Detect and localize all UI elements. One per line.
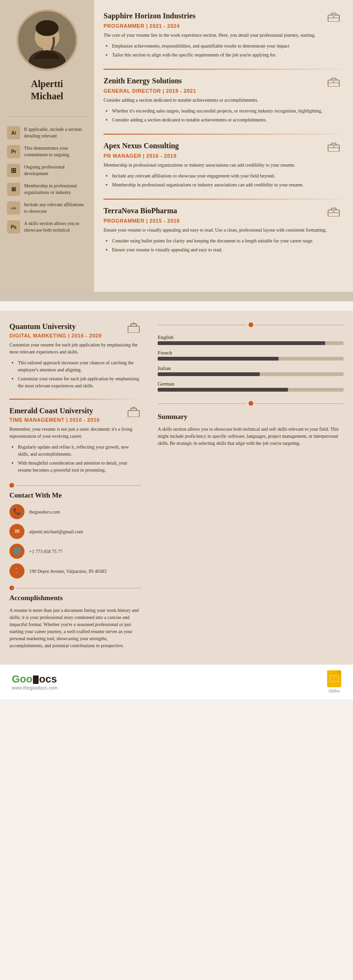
- lang-bar-fill-italian: [158, 372, 260, 376]
- edu-header-1: Quantum University: [9, 322, 141, 333]
- job-header-4: TerraNova BioPharma: [104, 207, 341, 217]
- page2-right: English French Italian: [151, 311, 353, 665]
- job-desc-4: Ensure your resume is visually appealing…: [104, 226, 341, 233]
- job-title-3: PR MANAGER | 2016 - 2019: [104, 153, 341, 159]
- edu-divider-1: [9, 399, 141, 400]
- edu-icon-2: [126, 407, 141, 417]
- contact-item-email: ✉ alpertti.michael@gmail.com: [9, 524, 141, 539]
- divider-2: [104, 134, 341, 135]
- summary-text: A skills section allows you to showcase …: [158, 426, 344, 447]
- skill-item-3: ⊞ Ongoing professional development: [7, 164, 87, 177]
- contact-email-text: alpertti.michael@gmail.com: [29, 529, 83, 534]
- lang-item-english: English: [158, 334, 344, 345]
- lang-item-french: French: [158, 350, 344, 361]
- job-entry-4: TerraNova BioPharma PROGRAMMER | 2015 - …: [104, 207, 341, 253]
- job-header-1: Sapphire Horizon Industries: [104, 12, 341, 22]
- code-icon: </>: [7, 201, 20, 215]
- line-left-mid: [158, 403, 247, 404]
- summary-section: Summary A skills section allows you to s…: [158, 413, 344, 447]
- briefcase-icon-4: [326, 207, 341, 217]
- edu-bullets-1: This tailored approach increases your ch…: [9, 359, 141, 389]
- job-header-3: Apex Nexus Consulting: [104, 142, 341, 152]
- lang-name-italian: Italian: [158, 365, 344, 371]
- skill-text-4: Membership in professional organizations…: [24, 183, 87, 196]
- orange-dot-mid: [249, 401, 253, 406]
- bullet: Include any relevant affiliations to sho…: [112, 172, 341, 179]
- language-section: English French Italian: [158, 334, 344, 392]
- bullet: Whether it's exceeding sales targets, le…: [112, 107, 341, 114]
- job-title-1: PROGRAMMER | 2021 - 2024: [104, 23, 341, 29]
- footer-url: www.thegoodocs.com: [12, 685, 57, 691]
- lang-bar-bg-italian: [158, 372, 344, 376]
- job-entry-1: Sapphire Horizon Industries PROGRAMMER |…: [104, 12, 341, 58]
- email-icon: ✉: [9, 524, 24, 539]
- edu-title-2: TIME MANAGEMENT | 2010 - 2016: [9, 417, 141, 423]
- company-name-2: Zenith Energy Solutions: [104, 77, 182, 85]
- skill-text-6: A skills section allows you to showcase …: [24, 220, 87, 233]
- job-bullets-2: Whether it's exceeding sales targets, le…: [104, 107, 341, 123]
- edu-desc-2: Remember, your resume is not just a stat…: [9, 426, 141, 440]
- svg-point-3: [36, 20, 59, 36]
- job-bullets-3: Include any relevant affiliations to sho…: [104, 172, 341, 188]
- lang-item-german: German: [158, 381, 344, 392]
- bullet: Tailor this section to align with the sp…: [112, 51, 341, 58]
- lang-bar-fill-french: [158, 357, 279, 361]
- skill-text-5: Include any relevant affiliations to sho…: [24, 201, 87, 215]
- edu-desc-1: Customize your resume for each job appli…: [9, 341, 141, 355]
- accomplishments-section: Accomplishments A resume is more than ju…: [9, 586, 141, 649]
- ps-icon: Ps: [7, 220, 20, 233]
- school-name-1: Quantum University: [9, 322, 76, 331]
- svg-rect-21: [128, 410, 139, 417]
- svg-rect-11: [328, 145, 339, 152]
- lang-bar-bg-english: [158, 341, 344, 345]
- orange-dot-right: [249, 322, 253, 327]
- briefcase-icon-2: [326, 77, 341, 87]
- bullet: Customize your resume for each job appli…: [18, 375, 141, 389]
- page1: Alpertti Michael Ai If applicable, inclu…: [0, 0, 353, 292]
- edu-entry-1: Quantum University DIGITAL MARKETING | 2…: [9, 322, 141, 389]
- logo-cursor: [33, 675, 39, 684]
- right-mid-divider: [158, 401, 344, 406]
- contact-section: Contact With Me 📞 thegoodocs.com ✉ alper…: [9, 483, 141, 578]
- contact-item-web: 🌐 +1 773 658 75 77: [9, 544, 141, 559]
- contact-item-location: 📍 190 Depot Avenue, Valparaiso, IN 46383: [9, 563, 141, 578]
- line-right: [255, 325, 344, 325]
- person-name: Alpertti Michael: [31, 78, 64, 102]
- edu-title-1: DIGITAL MARKETING | 2016 - 2020: [9, 333, 141, 338]
- footer-slides: Slides: [327, 670, 341, 693]
- footer-logo: Gooocs www.thegoodocs.com: [12, 673, 57, 691]
- lang-name-german: German: [158, 381, 344, 386]
- bullet: Emphasize achievements, responsibilities…: [112, 42, 341, 49]
- skill-item-5: </> Include any relevant affiliations to…: [7, 201, 87, 215]
- skill-items: Ai If applicable, include a section deta…: [7, 126, 87, 239]
- svg-point-20: [133, 322, 135, 323]
- company-name-4: TerraNova BioPharma: [104, 207, 177, 215]
- job-title-4: PROGRAMMER | 2015 - 2016: [104, 218, 341, 224]
- job-title-2: GENERAL DIRECTOR | 2019 - 2021: [104, 88, 341, 94]
- bullet: Membership in professional organizations…: [112, 181, 341, 188]
- contact-item-phone: 📞 thegoodocs.com: [9, 504, 141, 519]
- skill-text-2: This demonstrates your commitment to ong…: [24, 145, 87, 158]
- divider-1: [104, 69, 341, 70]
- skill-item-2: Pr This demonstrates your commitment to …: [7, 145, 87, 158]
- sidebar-divider: [7, 116, 87, 117]
- briefcase-icon-1: [326, 12, 341, 22]
- lang-bar-bg-french: [158, 357, 344, 361]
- page-gap: [0, 292, 353, 301]
- svg-rect-14: [328, 210, 339, 217]
- line-left: [158, 325, 247, 325]
- lang-name-french: French: [158, 350, 344, 355]
- bullet: This tailored approach increases your ch…: [18, 359, 141, 373]
- contact-phone-text: thegoodocs.com: [29, 509, 60, 514]
- contact-heading: Contact With Me: [9, 491, 141, 499]
- lang-bar-fill-english: [158, 341, 325, 345]
- job-bullets-4: Consider using bullet points for clarity…: [104, 237, 341, 253]
- school-name-2: Emerald Coast University: [9, 407, 93, 415]
- skill-text-3: Ongoing professional development: [24, 164, 87, 177]
- lang-name-english: English: [158, 334, 344, 340]
- logo-goo: Goo: [12, 673, 32, 685]
- pr-icon: Pr: [7, 145, 20, 158]
- location-icon: 📍: [9, 563, 24, 578]
- lang-bar-bg-german: [158, 388, 344, 392]
- job-desc-1: The core of your resume lies in the work…: [104, 32, 341, 39]
